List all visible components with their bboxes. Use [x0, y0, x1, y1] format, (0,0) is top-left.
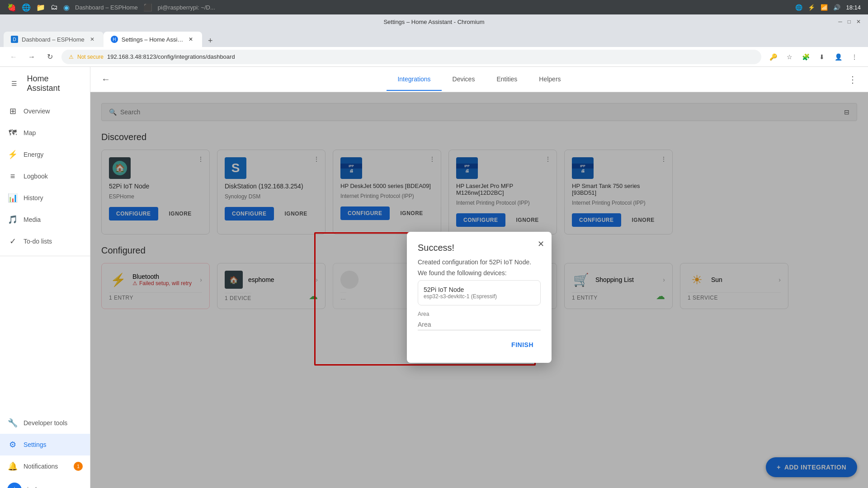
hamburger-icon: ☰ — [11, 80, 17, 87]
tab-esphome[interactable]: D Dashboard – ESPHome ✕ — [4, 32, 104, 47]
media-icon: 🎵 — [7, 214, 18, 225]
top-nav-tabs: Integrations Devices Entities Helpers — [118, 68, 841, 91]
tab-homeassistant[interactable]: H Settings – Home Assi… ✕ — [104, 32, 203, 47]
modal-area-label: Area — [418, 311, 541, 317]
sidebar-item-user[interactable]: j jacky — [0, 477, 90, 488]
map-icon: 🗺 — [7, 127, 18, 138]
system-bar: 🍓 🌐 📁 🗂 ◉ Dashboard – ESPHome ⬛ pi@raspb… — [0, 0, 868, 14]
browser-actions: 🔑 ☆ 🧩 ⬇ 👤 ⋮ — [767, 51, 861, 63]
system-bar-right: 🌐 ⚡ 📶 🔊 18:14 — [795, 4, 861, 11]
tab-close-2[interactable]: ✕ — [187, 35, 195, 43]
sidebar-item-energy[interactable]: ⚡ Energy — [0, 144, 90, 165]
history-icon: 📊 — [7, 192, 18, 203]
sidebar-label-media: Media — [24, 216, 41, 223]
modal-footer: FINISH — [418, 338, 541, 352]
overview-icon: ⊞ — [7, 106, 18, 117]
tab-favicon-2: H — [111, 36, 118, 43]
tab-title-2: pi@raspberrypi: ~/D... — [158, 4, 215, 11]
sidebar-label-overview: Overview — [24, 108, 50, 115]
wifi-icon: 📶 — [821, 4, 828, 11]
tab-close-1[interactable]: ✕ — [88, 35, 96, 43]
modal-device-sub: esp32-s3-devkitc-1 (Espressif) — [424, 293, 535, 300]
devtools-icon: 🔧 — [7, 418, 18, 428]
sidebar-item-history[interactable]: 📊 History — [0, 187, 90, 209]
modal-device-card: 52Pi IoT Node esp32-s3-devkitc-1 (Espres… — [418, 280, 541, 305]
top-nav-more-button[interactable]: ⋮ — [848, 74, 857, 85]
sidebar-username: jacky — [27, 486, 42, 488]
download-icon[interactable]: ⬇ — [816, 51, 828, 63]
more-menu-btn[interactable]: ⋮ — [848, 51, 861, 63]
window-controls: ─ □ ✕ — [838, 19, 861, 25]
files-icon: 📁 — [36, 3, 45, 12]
tab-helpers[interactable]: Helpers — [528, 68, 571, 91]
sidebar-label-devtools: Developer tools — [24, 419, 67, 427]
sidebar-label-notifications: Notifications — [24, 463, 58, 470]
title-bar: Settings – Home Assistant - Chromium ─ □… — [0, 14, 868, 29]
sidebar-divider — [0, 256, 90, 256]
url-bar[interactable]: ⚠ Not secure 192.168.3.48:8123/config/in… — [61, 50, 761, 64]
browser-window: 🍓 🌐 📁 🗂 ◉ Dashboard – ESPHome ⬛ pi@raspb… — [0, 14, 868, 67]
sidebar-item-map[interactable]: 🗺 Map — [0, 122, 90, 144]
minimize-btn[interactable]: ─ — [838, 19, 842, 25]
network-icon: 🌐 — [795, 4, 802, 11]
maximize-btn[interactable]: □ — [848, 19, 851, 25]
browser-icon: 🌐 — [22, 3, 31, 12]
chromium-icon: ◉ — [63, 3, 70, 12]
sidebar-item-media[interactable]: 🎵 Media — [0, 209, 90, 230]
back-nav-button[interactable]: ← — [101, 74, 110, 84]
extension-icon[interactable]: 🧩 — [799, 51, 812, 63]
tab-label-2: Settings – Home Assi… — [122, 36, 184, 43]
sidebar-menu-button[interactable]: ☰ — [7, 76, 22, 91]
finish-button[interactable]: FINISH — [504, 338, 541, 352]
sidebar-label-logbook: Logbook — [24, 173, 48, 180]
settings-icon: ⚙ — [7, 439, 18, 450]
clock: 18:14 — [846, 4, 861, 11]
notifications-icon: 🔔 — [7, 461, 18, 472]
tab-entities[interactable]: Entities — [486, 68, 528, 91]
tab-title-1: Dashboard – ESPHome — [75, 4, 138, 11]
tab-integrations[interactable]: Integrations — [387, 68, 441, 91]
reload-button[interactable]: ↻ — [43, 51, 56, 63]
close-btn[interactable]: ✕ — [856, 19, 861, 25]
raspberry-icon: 🍓 — [7, 3, 16, 12]
key-icon[interactable]: 🔑 — [767, 51, 779, 63]
sidebar-item-logbook[interactable]: ≡ Logbook — [0, 165, 90, 187]
top-nav: ← Integrations Devices Entities Helpers … — [90, 67, 868, 92]
profile-icon[interactable]: 👤 — [832, 51, 844, 63]
star-icon[interactable]: ☆ — [783, 51, 796, 63]
forward-button[interactable]: → — [25, 51, 38, 63]
sidebar-item-settings[interactable]: ⚙ Settings — [0, 434, 90, 455]
sidebar: ☰ Home Assistant ⊞ Overview 🗺 Map ⚡ Ener… — [0, 67, 90, 488]
new-tab-button[interactable]: + — [204, 34, 217, 47]
sidebar-label-todo: To-do lists — [24, 238, 52, 245]
logbook-icon: ≡ — [7, 171, 18, 182]
notification-badge: 1 — [74, 462, 83, 471]
not-secure-icon: ⚠ — [69, 54, 74, 60]
modal-message2: We found the following devices: — [418, 269, 541, 277]
sidebar-label-energy: Energy — [24, 151, 43, 158]
volume-icon: 🔊 — [833, 4, 840, 11]
terminal-icon: ⬛ — [143, 3, 152, 12]
modal-message1: Created configuration for 52Pi IoT Node. — [418, 258, 541, 266]
not-secure-label: Not secure — [77, 54, 104, 60]
sidebar-label-map: Map — [24, 129, 36, 136]
sidebar-label-history: History — [24, 194, 43, 202]
tab-devices[interactable]: Devices — [442, 68, 486, 91]
success-modal: Success! ✕ Created configuration for 52P… — [407, 232, 552, 363]
sidebar-item-notifications[interactable]: 🔔 Notifications 1 — [0, 455, 90, 477]
modal-overlay: Success! ✕ Created configuration for 52P… — [90, 92, 868, 488]
todo-icon: ✓ — [7, 236, 18, 247]
address-bar: ← → ↻ ⚠ Not secure 192.168.3.48:8123/con… — [0, 47, 868, 67]
sidebar-item-todo[interactable]: ✓ To-do lists — [0, 230, 90, 252]
url-text: 192.168.3.48:8123/config/integrations/da… — [107, 53, 235, 60]
file-manager-icon: 🗂 — [51, 3, 58, 11]
modal-area-input[interactable] — [418, 319, 541, 330]
back-button[interactable]: ← — [7, 51, 20, 63]
bluetooth-sys-icon: ⚡ — [808, 4, 815, 11]
sidebar-item-devtools[interactable]: 🔧 Developer tools — [0, 412, 90, 434]
sidebar-header: ☰ Home Assistant — [0, 67, 90, 100]
energy-icon: ⚡ — [7, 149, 18, 160]
sidebar-item-overview[interactable]: ⊞ Overview — [0, 100, 90, 122]
system-bar-left: 🍓 🌐 📁 🗂 ◉ Dashboard – ESPHome ⬛ pi@raspb… — [7, 3, 215, 12]
modal-close-button[interactable]: ✕ — [538, 239, 544, 249]
